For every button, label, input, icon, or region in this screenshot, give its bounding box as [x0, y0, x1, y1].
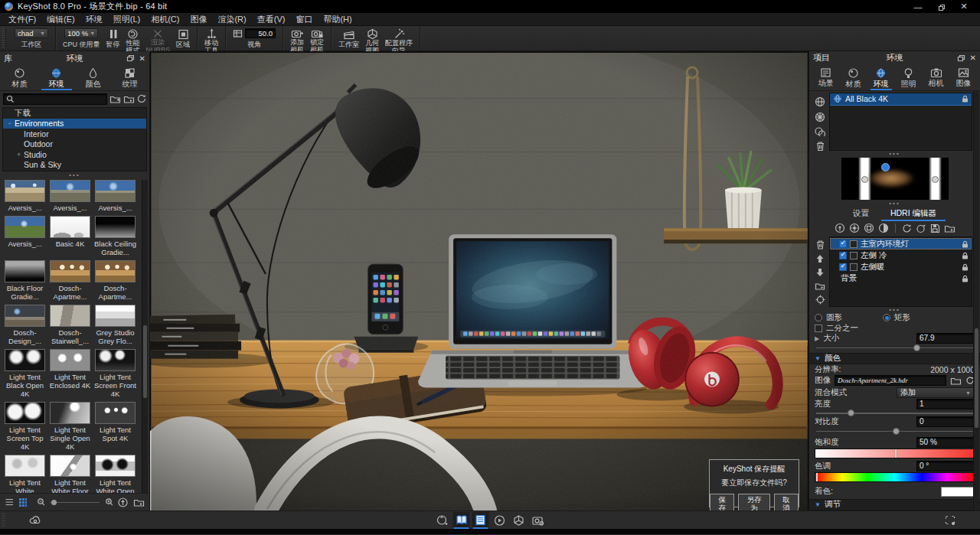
region-button[interactable]: 区域: [173, 28, 193, 49]
tree-item-environments[interactable]: −Environments: [3, 119, 146, 129]
env-item[interactable]: Dosch-Stairwell_...: [47, 305, 93, 345]
menu-environment[interactable]: 环境: [80, 13, 108, 26]
env-item[interactable]: Light Tent Screen Front 4K: [93, 349, 138, 398]
close-panel-icon[interactable]: ✕: [970, 54, 976, 62]
layer-solo-checkbox[interactable]: [850, 240, 858, 248]
refresh-icon[interactable]: [137, 94, 146, 103]
add-half-pin-icon[interactable]: [878, 223, 889, 233]
translate-environment-button[interactable]: [434, 512, 451, 529]
hdri-preview[interactable]: [841, 158, 949, 201]
hue-gradient-bar[interactable]: [815, 472, 975, 482]
env-item[interactable]: Aversis_...: [2, 216, 47, 256]
env-item[interactable]: Aversis_...: [93, 180, 138, 212]
pause-button[interactable]: 暂停: [103, 28, 123, 49]
env-item[interactable]: Aversis_...: [2, 180, 47, 212]
minimize-button[interactable]: —: [906, 1, 929, 13]
workspace-select[interactable]: chad▼: [15, 28, 48, 38]
env-item[interactable]: Light Tent Single Open 4K: [47, 402, 93, 451]
keyshotxr-button[interactable]: [511, 512, 528, 529]
tint-color-swatch[interactable]: [941, 487, 975, 497]
project-scrollbar[interactable]: [973, 91, 979, 511]
unlink-environment-icon[interactable]: [814, 111, 826, 122]
pin-handle[interactable]: [932, 176, 939, 183]
menu-file[interactable]: 文件(F): [3, 13, 41, 26]
menu-help[interactable]: 帮助(H): [318, 13, 357, 26]
library-tab-materials[interactable]: 材质: [2, 65, 38, 90]
env-item[interactable]: Light Tent White Open 4K: [93, 455, 138, 493]
project-tab-environment[interactable]: 环境: [867, 65, 895, 90]
folder-options-icon[interactable]: [133, 497, 145, 507]
env-item[interactable]: Light Tent Screen Top 4K: [2, 402, 47, 451]
adjust-section-header[interactable]: ▼调节: [809, 499, 980, 511]
add-sun-pin-icon[interactable]: [849, 223, 860, 233]
import-folder-icon[interactable]: [123, 94, 135, 103]
env-item[interactable]: Dosch-Apartme...: [93, 260, 138, 301]
project-tab-camera[interactable]: 相机: [923, 65, 950, 90]
contrast-input[interactable]: 0: [916, 416, 975, 427]
size-slider[interactable]: [816, 344, 973, 351]
settings-tab[interactable]: 设置: [842, 208, 880, 221]
performance-mode-button[interactable]: 性能模式: [123, 28, 143, 49]
lock-icon[interactable]: [962, 263, 969, 271]
menu-camera[interactable]: 相机(C): [145, 13, 185, 26]
add-environment-icon[interactable]: [814, 96, 826, 106]
zoom-in-icon[interactable]: [105, 497, 113, 507]
list-view-icon[interactable]: [5, 497, 13, 507]
brightness-input[interactable]: 1: [916, 399, 975, 409]
layer-row-background[interactable]: 背景: [830, 272, 972, 284]
studio-button[interactable]: 工作室: [335, 28, 362, 49]
tree-item-outdoor[interactable]: Outdoor: [3, 139, 146, 150]
grid-view-icon[interactable]: [18, 497, 27, 507]
env-item[interactable]: Grey Studio Grey Flo...: [93, 305, 138, 345]
layer-row[interactable]: 左侧暖: [830, 261, 972, 272]
menu-edit[interactable]: 编辑(E): [41, 13, 80, 26]
shape-circle-radio[interactable]: [815, 314, 822, 321]
half-checkbox[interactable]: [815, 325, 822, 332]
contrast-slider[interactable]: [816, 427, 973, 435]
open-hdri-folder-icon[interactable]: [944, 223, 956, 233]
menu-window[interactable]: 窗口: [290, 13, 318, 26]
render-viewport[interactable]: KeyShot 保存提醒 要立即保存文件吗? 保存 另存为 取消: [150, 51, 808, 511]
target-pin-icon[interactable]: [815, 295, 825, 305]
size-input[interactable]: 67.9: [916, 333, 975, 344]
import-layer-icon[interactable]: [815, 282, 825, 290]
env-item[interactable]: Light Tent White Enclose...: [2, 455, 47, 493]
float-panel-icon[interactable]: [126, 54, 135, 62]
lock-icon[interactable]: [962, 95, 969, 103]
color-section-header[interactable]: ▼颜色: [809, 353, 980, 364]
delete-layer-icon[interactable]: [815, 240, 825, 250]
move-layer-down-icon[interactable]: [815, 268, 825, 277]
menu-image[interactable]: 图像: [185, 13, 212, 26]
keyshot-cloud-button[interactable]: [27, 512, 44, 529]
env-item[interactable]: Black Ceiling Gradie...: [93, 216, 138, 256]
env-item[interactable]: Dosch-Apartme...: [47, 260, 93, 301]
layer-row[interactable]: 主室内环境灯: [830, 238, 972, 250]
hdri-editor-tab[interactable]: HDRI 编辑器: [880, 208, 947, 221]
screenshot-region-button[interactable]: [942, 512, 959, 529]
brightness-slider[interactable]: [816, 409, 973, 417]
env-item[interactable]: Dosch-Design_...: [2, 305, 47, 345]
env-item[interactable]: Aversis_...: [47, 180, 93, 212]
toolbar-drag-handle[interactable]: [2, 28, 6, 48]
splitter-handle[interactable]: •••: [809, 151, 980, 157]
cpu-usage-select[interactable]: 100 %▼: [64, 28, 98, 38]
render-button[interactable]: [530, 512, 547, 529]
add-image-pin-icon[interactable]: [864, 223, 874, 233]
saturation-gradient-bar[interactable]: [815, 449, 975, 458]
upload-icon[interactable]: [118, 497, 128, 507]
layer-visibility-checkbox[interactable]: [839, 252, 847, 259]
project-tab-image[interactable]: 图像: [950, 65, 978, 90]
library-tab-environments[interactable]: 环境: [38, 65, 75, 90]
add-folder-icon[interactable]: [109, 94, 121, 103]
tree-item-download[interactable]: 下载: [3, 108, 146, 119]
library-tab-textures[interactable]: 纹理: [112, 65, 149, 90]
library-scrollbar[interactable]: [142, 180, 148, 493]
library-tab-colors[interactable]: 颜色: [75, 65, 112, 90]
lock-icon[interactable]: [962, 252, 969, 259]
animation-button[interactable]: [492, 512, 508, 529]
lock-camera-button[interactable]: 锁定相机: [307, 28, 327, 49]
env-item[interactable]: Light Tent Enclosed 4K: [47, 349, 93, 398]
hue-input[interactable]: 0 °: [916, 461, 975, 471]
layer-visibility-checkbox[interactable]: [839, 263, 847, 271]
toggle-library-button[interactable]: [453, 512, 470, 529]
